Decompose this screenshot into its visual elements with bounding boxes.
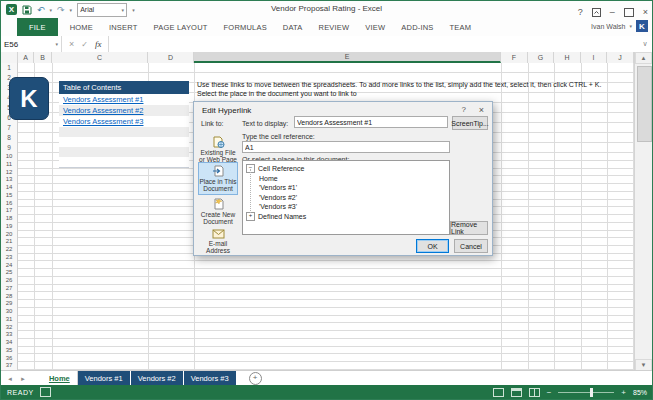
tab-home[interactable]: HOME xyxy=(62,23,101,32)
tree-item-vendors-2[interactable]: 'Vendors #2' xyxy=(243,193,449,203)
row-header[interactable]: 26 xyxy=(1,277,17,285)
ok-button[interactable]: OK xyxy=(416,239,449,253)
scroll-up-icon[interactable]: ▲ xyxy=(635,52,652,64)
tab-file[interactable]: FILE xyxy=(17,18,58,36)
macro-record-icon[interactable] xyxy=(40,387,51,397)
cancel-entry-icon[interactable]: × xyxy=(69,39,74,49)
row-header[interactable]: 30 xyxy=(1,308,17,316)
row-header[interactable]: 27 xyxy=(1,285,17,293)
row-header[interactable]: 8 xyxy=(1,133,17,143)
user-name[interactable]: Ivan Walsh xyxy=(591,23,625,30)
page-layout-view-icon[interactable] xyxy=(511,388,522,397)
text-to-display-input[interactable] xyxy=(294,116,448,128)
create-new-document-button[interactable]: Create New Document xyxy=(198,195,238,228)
tab-data[interactable]: DATA xyxy=(275,23,311,32)
new-sheet-button[interactable]: + xyxy=(249,372,262,385)
row-header[interactable]: 15 xyxy=(1,192,17,200)
sheet-tab-vendors-1[interactable]: Vendors #1 xyxy=(78,371,131,386)
row-header[interactable]: 35 xyxy=(1,347,17,355)
row-headers-10-37[interactable]: 1011121314151617181920212223242526272829… xyxy=(1,153,18,370)
link-to-place-in-document-button[interactable]: Place in This Document xyxy=(198,162,238,195)
column-header-i[interactable]: I xyxy=(581,52,607,63)
dialog-help-icon[interactable]: ? xyxy=(462,105,466,114)
tab-add-ins[interactable]: ADD-INS xyxy=(393,23,441,32)
vertical-scrollbar[interactable]: ▲ ▼ xyxy=(634,52,652,385)
user-dropdown-icon[interactable]: ▾ xyxy=(629,23,632,29)
zoom-slider-thumb[interactable] xyxy=(590,388,593,397)
zoom-slider[interactable] xyxy=(558,392,614,393)
row-header[interactable]: 34 xyxy=(1,339,17,347)
expand-icon[interactable]: + xyxy=(246,212,255,221)
column-header-f[interactable]: F xyxy=(501,52,528,63)
row-header[interactable]: 17 xyxy=(1,207,17,215)
row-header[interactable]: 7 xyxy=(1,123,17,133)
select-all-corner[interactable] xyxy=(1,52,18,63)
row-header[interactable]: 9 xyxy=(1,143,17,153)
zoom-out-icon[interactable]: − xyxy=(547,388,552,397)
tree-item-vendors-1[interactable]: 'Vendors #1' xyxy=(243,183,449,193)
expand-formula-bar-icon[interactable]: ∨ xyxy=(638,36,652,52)
row-header[interactable]: 21 xyxy=(1,238,17,246)
remove-link-button[interactable]: Remove Link xyxy=(450,221,488,235)
column-header-j[interactable]: J xyxy=(607,52,634,63)
tab-formulas[interactable]: FORMULAS xyxy=(216,23,275,32)
row-header[interactable]: 12 xyxy=(1,169,17,177)
column-header-c[interactable]: C xyxy=(52,52,148,63)
row-header[interactable]: 31 xyxy=(1,316,17,324)
screentip-button[interactable]: ScreenTip... xyxy=(452,116,488,130)
row-header[interactable]: 18 xyxy=(1,215,17,223)
tab-review[interactable]: REVIEW xyxy=(311,23,358,32)
name-box-dropdown-icon[interactable]: ▾ xyxy=(55,41,58,47)
row-header[interactable]: 1 xyxy=(1,63,17,73)
tab-page-layout[interactable]: PAGE LAYOUT xyxy=(146,23,216,32)
row-header[interactable]: 33 xyxy=(1,331,17,339)
column-header-h[interactable]: H xyxy=(554,52,581,63)
cell-reference-input[interactable] xyxy=(242,141,450,153)
column-header-e-selected[interactable]: E xyxy=(194,52,501,63)
close-button[interactable]: × xyxy=(643,6,648,18)
row-header[interactable]: 25 xyxy=(1,269,17,277)
column-header-b[interactable]: B xyxy=(34,52,52,63)
tab-insert[interactable]: INSERT xyxy=(101,23,146,32)
row-header[interactable]: 14 xyxy=(1,184,17,192)
formula-input[interactable] xyxy=(109,36,638,52)
link-vendors-assessment-3[interactable]: Vendors Assessment #3 xyxy=(63,117,143,126)
vertical-scroll-thumb[interactable] xyxy=(637,66,652,142)
zoom-percentage[interactable]: 85% xyxy=(633,389,647,396)
sheet-tab-vendors-2[interactable]: Vendors #2 xyxy=(131,371,184,386)
name-box[interactable]: E56 ▾ xyxy=(1,36,62,52)
dialog-close-icon[interactable]: × xyxy=(479,105,484,115)
link-vendors-assessment-1[interactable]: Vendors Assessment #1 xyxy=(63,95,143,104)
cancel-button[interactable]: Cancel xyxy=(454,239,488,253)
row-header[interactable]: 29 xyxy=(1,300,17,308)
row-header[interactable]: 11 xyxy=(1,161,17,169)
row-header[interactable]: 37 xyxy=(1,362,17,370)
tree-item-defined-names[interactable]: + Defined Names xyxy=(243,212,449,222)
row-header[interactable]: 16 xyxy=(1,200,17,208)
row-header[interactable]: 19 xyxy=(1,223,17,231)
row-header[interactable]: 32 xyxy=(1,324,17,332)
sheet-nav-right-icon[interactable]: ► xyxy=(20,376,26,382)
page-break-view-icon[interactable] xyxy=(529,388,540,397)
row-header[interactable]: 22 xyxy=(1,246,17,254)
help-button[interactable]: ? xyxy=(578,6,583,18)
tree-item-home[interactable]: Home xyxy=(243,174,449,184)
row-header[interactable]: 24 xyxy=(1,262,17,270)
row-header[interactable]: 36 xyxy=(1,355,17,363)
email-address-button[interactable]: E-mail Address xyxy=(198,226,238,257)
document-places-tree[interactable]: − Cell Reference Home 'Vendors #1' 'Vend… xyxy=(242,160,450,235)
column-header-g[interactable]: G xyxy=(528,52,554,63)
sheet-nav-left-icon[interactable]: ◄ xyxy=(7,376,13,382)
tree-item-cell-reference[interactable]: − Cell Reference xyxy=(243,164,449,174)
normal-view-icon[interactable] xyxy=(493,388,504,397)
tab-view[interactable]: VIEW xyxy=(357,23,393,32)
zoom-in-icon[interactable]: + xyxy=(621,388,626,397)
tree-item-vendors-3[interactable]: 'Vendors #3' xyxy=(243,202,449,212)
sheet-tab-vendors-3[interactable]: Vendors #3 xyxy=(184,371,237,386)
row-header[interactable]: 20 xyxy=(1,231,17,239)
link-vendors-assessment-2[interactable]: Vendors Assessment #2 xyxy=(63,106,143,115)
avatar[interactable]: K xyxy=(636,20,648,32)
confirm-entry-icon[interactable]: ✓ xyxy=(81,40,88,49)
row-header[interactable]: 28 xyxy=(1,293,17,301)
column-header-a[interactable]: A xyxy=(18,52,34,63)
